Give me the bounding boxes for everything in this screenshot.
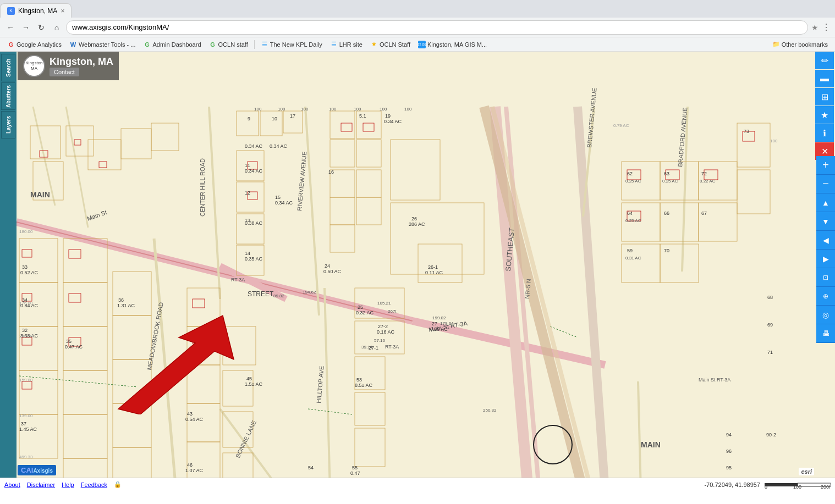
locate-me-btn[interactable]: ◎ [816,306,835,324]
star-icon-btn[interactable]: ★ [815,106,834,124]
svg-text:RT-3A: RT-3A [385,344,399,350]
svg-text:RT-3A: RT-3A [231,277,245,283]
bookmark-ocln-staff-2[interactable]: ★ OCLN Staff [367,40,413,49]
edit-icon-btn[interactable]: ✏ [815,52,834,69]
svg-text:1.5± AC: 1.5± AC [245,381,262,387]
svg-text:89.82: 89.82 [273,293,285,298]
tab-close-btn[interactable]: × [61,7,64,15]
pan-down-btn[interactable]: ▼ [816,212,835,231]
bookmark-admin-dashboard[interactable]: G Admin Dashboard [140,40,204,49]
layers-panel-btn[interactable]: Layers [1,111,15,139]
menu-icon[interactable]: ⋮ [822,22,831,32]
forward-button[interactable]: → [20,21,32,34]
disclaimer-link[interactable]: Disclaimer [27,481,55,488]
svg-text:95: 95 [726,465,732,470]
lhr-site-icon: ☰ [330,41,338,48]
bookmarks-bar: G Google Analytics W Webmaster Tools - .… [0,37,835,52]
svg-text:0.34 AC: 0.34 AC [245,168,263,174]
bookmark-webmaster-tools[interactable]: W Webmaster Tools - ... [67,40,139,49]
about-link[interactable]: About [4,481,20,488]
svg-text:69: 69 [767,322,773,328]
bookmark-kingston-gis[interactable]: GIS Kingston, MA GIS M... [415,40,490,49]
svg-text:0.25 AC: 0.25 AC [625,179,641,184]
contact-button[interactable]: Contact [50,68,79,76]
svg-text:199.02: 199.02 [432,315,446,320]
svg-text:55: 55 [352,465,358,470]
map-container[interactable]: Main St Main St RT-3A CENTER HILL ROAD M… [0,52,835,491]
search-location-btn[interactable]: ⊕ [816,287,835,306]
svg-text:68: 68 [767,295,773,300]
star-bookmark-icon[interactable]: ★ [811,23,818,32]
svg-text:63: 63 [664,171,669,176]
pan-up-btn[interactable]: ▲ [816,193,835,212]
svg-text:286 AC: 286 AC [409,221,425,227]
zoom-fit-btn[interactable]: ⊡ [816,268,835,287]
webmaster-tools-icon: W [69,41,77,48]
svg-text:0.11 AC: 0.11 AC [425,270,443,275]
svg-text:64: 64 [627,211,633,216]
pan-right-btn[interactable]: ▶ [816,250,835,268]
svg-text:70: 70 [664,248,669,253]
svg-text:0.34 AC: 0.34 AC [275,200,293,206]
back-button[interactable]: ← [4,21,17,34]
axisgis-text: Axisgis [33,468,53,474]
svg-text:0.34 AC: 0.34 AC [270,143,288,149]
svg-text:0.31 AC: 0.31 AC [625,256,641,261]
bookmark-lhr-site[interactable]: ☰ LHR site [327,40,365,49]
reload-button[interactable]: ↻ [35,21,47,34]
address-input[interactable] [66,20,808,35]
svg-text:0.25 AC: 0.25 AC [662,179,678,184]
svg-text:159.00: 159.00 [19,378,33,383]
grid-icon-btn[interactable]: ⊞ [815,88,834,106]
feedback-link[interactable]: Feedback [81,481,107,488]
svg-text:11: 11 [245,163,250,168]
kpl-daily-icon: ☰ [261,41,268,48]
bookmark-google-analytics[interactable]: G Google Analytics [4,40,64,49]
ocln-staff-label: OCLN staff [218,41,248,48]
svg-text:94: 94 [726,432,732,437]
help-link[interactable]: Help [62,481,74,488]
rectangle-icon-btn[interactable]: ▬ [815,70,834,87]
search-panel-btn[interactable]: Search [1,54,15,81]
svg-text:100: 100 [770,139,778,143]
svg-text:176.00: 176.00 [19,301,33,306]
lock-icon: 🔒 [114,481,122,488]
svg-text:45: 45 [246,376,252,381]
esri-logo: esri [799,468,814,475]
svg-text:26: 26 [411,216,417,221]
pan-left-btn[interactable]: ◀ [816,231,835,250]
svg-text:CENTER HILL ROAD: CENTER HILL ROAD [199,158,206,217]
admin-dashboard-label: Admin Dashboard [152,41,201,48]
bookmark-ocln-staff[interactable]: G OCLN staff [206,40,251,49]
zoom-out-btn[interactable]: − [816,175,835,193]
home-button[interactable]: ⌂ [51,21,63,34]
svg-text:37: 37 [21,421,26,427]
svg-text:96: 96 [726,448,732,454]
coordinates-display: -70.72049, 41.98957 [704,481,760,488]
active-tab[interactable]: K Kingston, MA × [0,3,72,18]
svg-text:54: 54 [308,465,314,470]
separator-1 [254,40,255,49]
svg-text:0.22 AC: 0.22 AC [700,179,716,184]
svg-text:179.34: 179.34 [440,321,454,326]
svg-text:0.47: 0.47 [350,470,360,476]
svg-text:53: 53 [356,377,362,383]
abutters-panel-btn[interactable]: Abutters [1,82,15,110]
info-icon-btn[interactable]: ℹ [815,124,834,142]
svg-rect-228 [765,483,798,486]
svg-text:105.21: 105.21 [377,301,391,306]
svg-text:90-2: 90-2 [766,432,776,437]
svg-text:139.00: 139.00 [19,413,33,418]
svg-text:12: 12 [245,190,250,196]
bookmark-new-kpl-daily[interactable]: ☰ The New KPL Daily [258,40,325,49]
svg-text:26-1: 26-1 [428,264,438,270]
zoom-in-btn[interactable]: + [816,156,835,175]
svg-rect-0 [0,52,835,491]
svg-text:33: 33 [22,264,28,270]
svg-text:36: 36 [118,297,124,303]
svg-text:0: 0 [765,484,767,489]
print-btn[interactable]: 🖶 [816,324,835,343]
address-bar-row: ← → ↻ ⌂ ★ ⋮ [0,18,835,37]
other-bookmarks[interactable]: 📁 Other bookmarks [770,40,831,48]
cai-text: CAI [21,466,33,474]
